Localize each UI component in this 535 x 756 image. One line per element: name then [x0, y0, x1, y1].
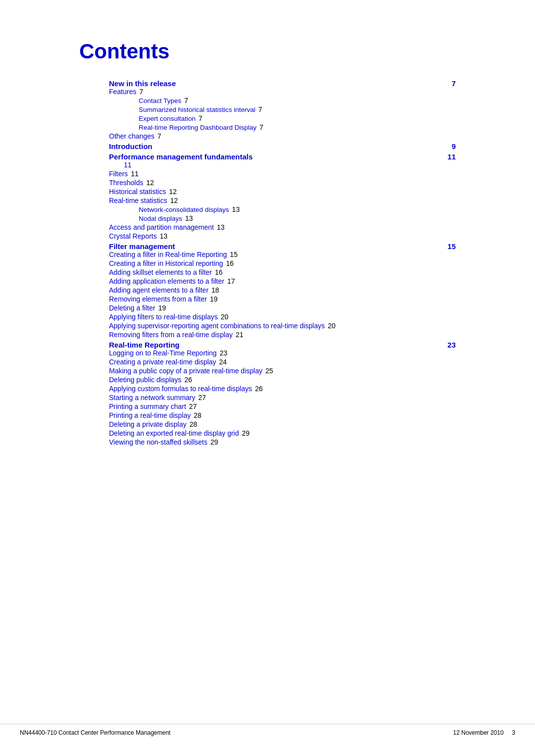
toc-item-filters[interactable]: Filters 11	[109, 170, 456, 178]
toc-item-deleting-exported[interactable]: Deleting an exported real-time display g…	[109, 429, 456, 437]
toc-item-printing-rt[interactable]: Printing a real-time display 28	[109, 411, 456, 419]
toc-item-realtime-dashboard[interactable]: Real-time Reporting Dashboard Display 7	[139, 123, 456, 131]
page: Contents New in this release 7 Features …	[0, 0, 535, 756]
toc-item-historical-stats[interactable]: Historical statistics 12	[109, 188, 456, 196]
toc-item-summarized[interactable]: Summarized historical statistics interva…	[139, 105, 456, 113]
footer: NN44400-710 Contact Center Performance M…	[0, 724, 535, 736]
page-title: Contents	[79, 40, 456, 63]
toc-item-adding-skillset[interactable]: Adding skillset elements to a filter 16	[109, 268, 456, 276]
toc-item-access-partition[interactable]: Access and partition management 13	[109, 223, 456, 231]
toc-page-realtime: 23	[441, 341, 456, 349]
toc-heading-row-filter: Filter management 15	[109, 242, 456, 251]
toc-page-new: 7	[441, 79, 456, 88]
toc-item-adding-agent[interactable]: Adding agent elements to a filter 18	[109, 286, 456, 294]
toc-item-expert-consultation[interactable]: Expert consultation 7	[139, 114, 456, 122]
toc-heading-row: New in this release 7	[109, 79, 456, 88]
toc-item-deleting-private[interactable]: Deleting a private display 28	[109, 420, 456, 428]
toc-item-deleting-filter[interactable]: Deleting a filter 19	[109, 304, 456, 312]
toc-item-creating-filter-rt[interactable]: Creating a filter in Real-time Reporting…	[109, 251, 456, 258]
toc-heading-realtime[interactable]: Real-time Reporting	[109, 341, 180, 349]
footer-page-number: 3	[512, 729, 515, 736]
toc-item-viewing-non-staffed[interactable]: Viewing the non-staffed skillsets 29	[109, 438, 456, 446]
toc-item-network-consolidated[interactable]: Network-consolidated displays 13	[139, 205, 456, 213]
toc-section-realtime: Real-time Reporting 23 Logging on to Rea…	[109, 341, 456, 446]
toc-item-adding-application[interactable]: Adding application elements to a filter …	[109, 277, 456, 285]
toc-item-removing-filters-rt[interactable]: Removing filters from a real-time displa…	[109, 331, 456, 339]
toc-section-filter: Filter management 15 Creating a filter i…	[109, 242, 456, 339]
toc-heading-row-perf: Performance management fundamentals 11	[109, 152, 456, 161]
toc-page-filter: 15	[441, 242, 456, 251]
table-of-contents: New in this release 7 Features 7 Contact…	[109, 79, 456, 446]
toc-page-perf: 11	[441, 152, 456, 161]
toc-page-intro: 9	[441, 142, 456, 151]
toc-item-perf-11: 11	[124, 161, 456, 169]
toc-item-applying-custom[interactable]: Applying custom formulas to real-time di…	[109, 385, 456, 393]
toc-item-other-changes[interactable]: Other changes 7	[109, 132, 456, 140]
toc-section-intro: Introduction 9	[109, 142, 456, 151]
toc-item-deleting-public[interactable]: Deleting public displays 26	[109, 376, 456, 384]
toc-item-creating-filter-hist[interactable]: Creating a filter in Historical reportin…	[109, 259, 456, 267]
toc-heading-row-realtime: Real-time Reporting 23	[109, 341, 456, 349]
toc-item-features[interactable]: Features 7	[109, 88, 456, 96]
toc-item-logging-on[interactable]: Logging on to Real-Time Reporting 23	[109, 349, 456, 357]
toc-item-crystal-reports[interactable]: Crystal Reports 13	[109, 232, 456, 240]
toc-l2-group-realtime: Network-consolidated displays 13 Nodal d…	[124, 205, 456, 222]
toc-section-new: New in this release 7 Features 7 Contact…	[109, 79, 456, 140]
footer-left-text: NN44400-710 Contact Center Performance M…	[20, 729, 170, 736]
toc-item-making-public-copy[interactable]: Making a public copy of a private real-t…	[109, 367, 456, 375]
toc-item-creating-private[interactable]: Creating a private real-time display 24	[109, 358, 456, 366]
toc-item-realtime-stats-group: Real-time statistics 12 Network-consolid…	[109, 197, 456, 222]
toc-heading-new[interactable]: New in this release	[109, 79, 176, 88]
toc-heading-perf[interactable]: Performance management fundamentals	[109, 152, 253, 161]
toc-item-applying-filters-rt[interactable]: Applying filters to real-time displays 2…	[109, 313, 456, 321]
toc-section-perf: Performance management fundamentals 11 1…	[109, 152, 456, 240]
toc-item-applying-supervisor[interactable]: Applying supervisor-reporting agent comb…	[109, 322, 456, 330]
toc-l1-features: Features 7 Contact Types 7 Summarized hi…	[109, 88, 456, 131]
toc-heading-filter[interactable]: Filter management	[109, 242, 175, 251]
toc-item-starting-network[interactable]: Starting a network summary 27	[109, 394, 456, 402]
footer-right-text: 12 November 2010 3	[453, 729, 515, 736]
toc-item-thresholds[interactable]: Thresholds 12	[109, 179, 456, 187]
toc-item-printing-summary[interactable]: Printing a summary chart 27	[109, 403, 456, 410]
toc-item-nodal-displays[interactable]: Nodal displays 13	[139, 214, 456, 222]
toc-item-removing-elements[interactable]: Removing elements from a filter 19	[109, 295, 456, 303]
toc-item-realtime-stats[interactable]: Real-time statistics 12	[109, 197, 456, 204]
toc-item-contact-types[interactable]: Contact Types 7	[139, 97, 456, 104]
toc-heading-row-intro: Introduction 9	[109, 142, 456, 151]
toc-heading-intro[interactable]: Introduction	[109, 142, 152, 151]
toc-l2-group-features: Contact Types 7 Summarized historical st…	[124, 97, 456, 131]
